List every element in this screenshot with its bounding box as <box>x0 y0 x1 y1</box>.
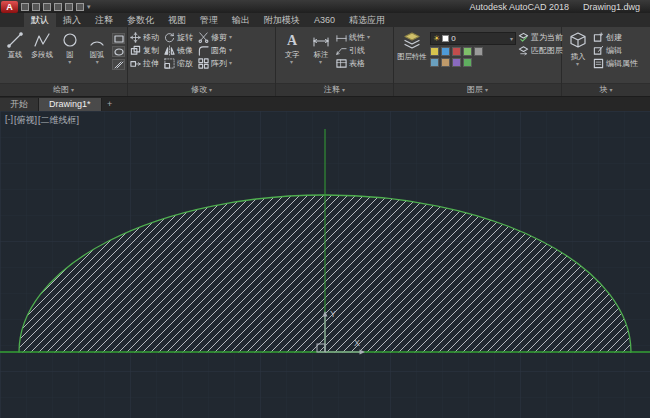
panel-modify-footer[interactable]: 修改 ▾ <box>128 83 275 96</box>
array-icon <box>198 58 209 69</box>
drawing-area[interactable]: [-] [俯视] [二维线框] <box>0 111 650 418</box>
title-bar: A ▾ Autodesk AutoCAD 2018 Drawing1.dwg <box>0 0 650 13</box>
trim-button[interactable]: 修剪 ▾ <box>198 32 232 43</box>
panel-block: 插入 ▾ 创建 编辑 编辑属性 <box>562 27 650 96</box>
panel-expand-icon: ▾ <box>71 87 74 93</box>
ucs-x-label: X <box>354 338 360 348</box>
move-button[interactable]: 移动 <box>130 32 159 43</box>
app-menu-button[interactable]: A <box>1 1 18 13</box>
viewport-control-minus[interactable]: [-] <box>5 114 13 127</box>
new-drawing-tab-button[interactable]: + <box>102 98 118 111</box>
rectangle-tool-button[interactable] <box>112 33 125 44</box>
panel-draw-footer[interactable]: 绘图 ▾ <box>0 83 127 96</box>
new-file-icon[interactable] <box>21 3 29 11</box>
layer-properties-icon <box>402 31 422 51</box>
array-dropdown-icon[interactable]: ▾ <box>229 61 232 66</box>
print-icon[interactable] <box>54 3 62 11</box>
ribbon-tab-parametric[interactable]: 参数化 <box>120 13 161 27</box>
text-icon: A <box>283 31 301 49</box>
ribbon-tab-view[interactable]: 视图 <box>161 13 193 27</box>
insert-block-button[interactable]: 插入 ▾ <box>564 29 591 67</box>
ribbon-tab-featured-apps[interactable]: 精选应用 <box>342 13 392 27</box>
arc-icon <box>88 31 106 49</box>
ribbon-tab-home[interactable]: 默认 <box>24 13 56 27</box>
ucs-y-label: Y <box>330 309 336 319</box>
copy-button[interactable]: 复制 <box>130 45 159 56</box>
scale-button[interactable]: 缩放 <box>164 58 193 69</box>
open-file-icon[interactable] <box>32 3 40 11</box>
ribbon-tab-manage[interactable]: 管理 <box>193 13 225 27</box>
undo-icon[interactable] <box>65 3 73 11</box>
circle-dropdown-icon[interactable]: ▾ <box>68 60 71 65</box>
layer-on-all-icon[interactable] <box>452 58 461 67</box>
text-button[interactable]: A 文字 ▾ <box>278 29 305 65</box>
ribbon-tab-addins[interactable]: 附加模块 <box>257 13 307 27</box>
ribbon-tab-output[interactable]: 输出 <box>225 13 257 27</box>
table-button[interactable]: 表格 <box>336 58 370 69</box>
redo-icon[interactable] <box>76 3 84 11</box>
layer-isolate-icon[interactable] <box>463 47 472 56</box>
set-current-layer-button[interactable]: 置为当前 <box>518 32 563 43</box>
insert-dropdown-icon[interactable]: ▾ <box>576 62 579 67</box>
linear-dim-button[interactable]: 线性 ▾ <box>336 32 370 43</box>
save-icon[interactable] <box>43 3 51 11</box>
line-button[interactable]: 直线 <box>2 29 28 60</box>
file-tab-start[interactable]: 开始 <box>0 98 39 111</box>
panel-expand-icon: ▾ <box>485 87 488 93</box>
trim-icon <box>198 32 209 43</box>
arc-dropdown-icon[interactable]: ▾ <box>96 60 99 65</box>
array-button[interactable]: 阵列 ▾ <box>198 58 232 69</box>
layer-prev-icon[interactable] <box>463 58 472 67</box>
panel-block-footer[interactable]: 块 ▾ <box>562 83 650 96</box>
drawing-canvas[interactable]: Y X <box>0 111 650 418</box>
stretch-button[interactable]: 拉伸 <box>130 58 159 69</box>
panel-draw: 直线 多段线 圆 ▾ 圆弧 ▾ <box>0 27 128 96</box>
hatch-tool-button[interactable] <box>112 59 125 70</box>
edit-block-icon <box>593 45 604 56</box>
panel-layers-footer[interactable]: 图层 ▾ <box>394 83 561 96</box>
panel-annotate-footer[interactable]: 注释 ▾ <box>276 83 393 96</box>
layer-lock-icon[interactable] <box>452 47 461 56</box>
copy-icon <box>130 45 141 56</box>
ribbon-tab-annotate[interactable]: 注释 <box>88 13 120 27</box>
linear-dropdown-icon[interactable]: ▾ <box>367 35 370 40</box>
fillet-button[interactable]: 圆角 ▾ <box>198 45 232 56</box>
fillet-dropdown-icon[interactable]: ▾ <box>229 48 232 53</box>
layer-tools-row-2 <box>430 58 516 67</box>
layer-off-icon[interactable] <box>430 47 439 56</box>
text-dropdown-icon[interactable]: ▾ <box>290 60 293 65</box>
layer-walk-icon[interactable] <box>430 58 439 67</box>
ribbon-tab-bar: 默认 插入 注释 参数化 视图 管理 输出 附加模块 A360 精选应用 <box>0 13 650 27</box>
circle-button[interactable]: 圆 ▾ <box>57 29 83 65</box>
edit-attributes-button[interactable]: 编辑属性 <box>593 58 638 69</box>
ellipse-tool-button[interactable] <box>112 46 125 57</box>
trim-dropdown-icon[interactable]: ▾ <box>229 35 232 40</box>
layer-dropdown[interactable]: ☀ 0 ▾ <box>430 32 516 45</box>
dimension-dropdown-icon[interactable]: ▾ <box>319 60 322 65</box>
qat-dropdown-icon[interactable]: ▾ <box>87 3 91 11</box>
layer-thaw-icon[interactable] <box>441 58 450 67</box>
layer-properties-button[interactable]: 图层特性 <box>396 29 428 62</box>
viewport-control-visualstyle[interactable]: [二维线框] <box>38 114 79 127</box>
leader-button[interactable]: 引线 <box>336 45 370 56</box>
rotate-button[interactable]: 旋转 <box>164 32 193 43</box>
layer-unisolate-icon[interactable] <box>474 47 483 56</box>
panel-expand-icon: ▾ <box>342 87 345 93</box>
set-current-icon <box>518 32 529 43</box>
ribbon-tab-insert[interactable]: 插入 <box>56 13 88 27</box>
dimension-button[interactable]: 标注 ▾ <box>307 29 334 65</box>
file-tab-drawing1[interactable]: Drawing1* <box>39 98 102 111</box>
layer-freeze-icon[interactable] <box>441 47 450 56</box>
match-layer-button[interactable]: 匹配图层 <box>518 45 563 56</box>
edit-block-button[interactable]: 编辑 <box>593 45 638 56</box>
arc-button[interactable]: 圆弧 ▾ <box>85 29 111 65</box>
polyline-button[interactable]: 多段线 <box>30 29 56 60</box>
viewport-control-view[interactable]: [俯视] <box>14 114 37 127</box>
rotate-icon <box>164 32 175 43</box>
panel-layers: 图层特性 ☀ 0 ▾ <box>394 27 562 96</box>
ribbon-tab-a360[interactable]: A360 <box>307 13 342 27</box>
app-title: Autodesk AutoCAD 2018 <box>469 2 569 12</box>
rectangle-icon <box>114 35 124 43</box>
mirror-button[interactable]: 镜像 <box>164 45 193 56</box>
create-block-button[interactable]: 创建 <box>593 32 638 43</box>
